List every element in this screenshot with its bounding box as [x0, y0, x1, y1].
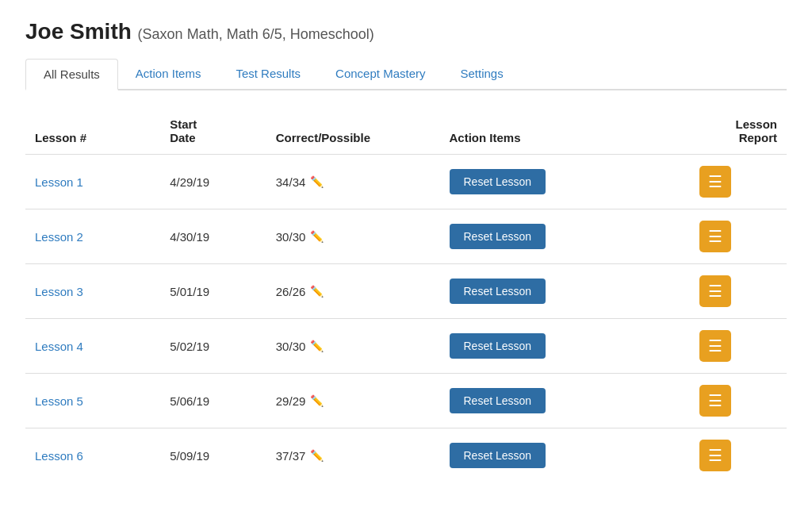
- lesson-report-cell: ☰: [690, 209, 787, 264]
- lesson-link[interactable]: Lesson 4: [35, 340, 83, 353]
- table-row: Lesson 6 5/09/19 37/37 ✏️ Reset Lesson ☰: [25, 428, 787, 483]
- col-header-lesson: Lesson #: [25, 110, 160, 155]
- lesson-link[interactable]: Lesson 1: [35, 175, 83, 189]
- table-row: Lesson 5 5/06/19 29/29 ✏️ Reset Lesson ☰: [25, 374, 787, 428]
- reset-lesson-button[interactable]: Reset Lesson: [450, 333, 546, 359]
- correct-value: 29/29: [276, 394, 306, 408]
- action-items-cell: Reset Lesson: [440, 209, 691, 264]
- col-header-report: LessonReport: [690, 110, 787, 155]
- action-items-cell: Reset Lesson: [440, 319, 691, 374]
- tab-concept-mastery[interactable]: Concept Mastery: [318, 59, 442, 89]
- lesson-report-cell: ☰: [690, 428, 787, 483]
- results-table: Lesson # StartDate Correct/Possible Acti…: [25, 110, 787, 482]
- edit-icon[interactable]: ✏️: [310, 394, 324, 407]
- tab-bar: All ResultsAction ItemsTest ResultsConce…: [25, 59, 787, 90]
- start-date-cell: 5/01/19: [160, 264, 266, 319]
- lesson-link[interactable]: Lesson 2: [35, 230, 83, 244]
- tab-test-results[interactable]: Test Results: [218, 59, 318, 89]
- start-date-cell: 4/30/19: [160, 209, 266, 264]
- lesson-report-cell: ☰: [690, 155, 787, 209]
- correct-possible-cell: 30/30 ✏️: [266, 209, 440, 264]
- col-header-date: StartDate: [160, 110, 266, 155]
- col-header-correct: Correct/Possible: [266, 110, 440, 155]
- lesson-report-button[interactable]: ☰: [699, 275, 731, 307]
- correct-value: 37/37: [276, 449, 306, 463]
- action-items-cell: Reset Lesson: [440, 428, 691, 483]
- table-row: Lesson 1 4/29/19 34/34 ✏️ Reset Lesson ☰: [25, 155, 787, 209]
- lesson-link-cell: Lesson 3: [25, 264, 160, 319]
- action-items-cell: Reset Lesson: [440, 264, 691, 319]
- reset-lesson-button[interactable]: Reset Lesson: [450, 169, 546, 194]
- lesson-report-button[interactable]: ☰: [699, 440, 731, 471]
- start-date-cell: 5/02/19: [160, 319, 266, 374]
- tab-all-results[interactable]: All Results: [25, 59, 118, 90]
- start-date-cell: 4/29/19: [160, 155, 266, 209]
- action-items-cell: Reset Lesson: [440, 155, 691, 209]
- edit-icon[interactable]: ✏️: [310, 230, 324, 243]
- edit-icon[interactable]: ✏️: [310, 285, 324, 298]
- table-row: Lesson 4 5/02/19 30/30 ✏️ Reset Lesson ☰: [25, 319, 787, 374]
- student-subtitle: (Saxon Math, Math 6/5, Homeschool): [138, 26, 374, 42]
- lesson-link-cell: Lesson 5: [25, 374, 160, 428]
- lesson-report-button[interactable]: ☰: [699, 166, 731, 198]
- lesson-link-cell: Lesson 2: [25, 209, 160, 264]
- lesson-report-button[interactable]: ☰: [699, 221, 731, 252]
- lesson-report-cell: ☰: [690, 374, 787, 428]
- lesson-link[interactable]: Lesson 3: [35, 285, 83, 298]
- lesson-link-cell: Lesson 6: [25, 428, 160, 483]
- correct-possible-cell: 26/26 ✏️: [266, 264, 440, 319]
- page-title: Joe Smith (Saxon Math, Math 6/5, Homesch…: [25, 19, 787, 44]
- correct-possible-cell: 29/29 ✏️: [266, 374, 440, 428]
- correct-value: 30/30: [276, 230, 306, 244]
- lesson-report-cell: ☰: [690, 264, 787, 319]
- correct-value: 26/26: [276, 285, 306, 298]
- correct-value: 34/34: [276, 175, 306, 189]
- lesson-link[interactable]: Lesson 6: [35, 449, 83, 463]
- action-items-cell: Reset Lesson: [440, 374, 691, 428]
- start-date-cell: 5/06/19: [160, 374, 266, 428]
- lesson-link[interactable]: Lesson 5: [35, 394, 83, 408]
- correct-possible-cell: 34/34 ✏️: [266, 155, 440, 209]
- reset-lesson-button[interactable]: Reset Lesson: [450, 279, 546, 304]
- lesson-report-button[interactable]: ☰: [699, 385, 731, 417]
- correct-possible-cell: 37/37 ✏️: [266, 428, 440, 483]
- reset-lesson-button[interactable]: Reset Lesson: [450, 388, 546, 413]
- reset-lesson-button[interactable]: Reset Lesson: [450, 224, 546, 249]
- edit-icon[interactable]: ✏️: [310, 449, 324, 462]
- table-row: Lesson 3 5/01/19 26/26 ✏️ Reset Lesson ☰: [25, 264, 787, 319]
- correct-value: 30/30: [276, 340, 306, 353]
- tab-action-items[interactable]: Action Items: [118, 59, 219, 89]
- edit-icon[interactable]: ✏️: [310, 175, 324, 188]
- col-header-action: Action Items: [440, 110, 691, 155]
- table-row: Lesson 2 4/30/19 30/30 ✏️ Reset Lesson ☰: [25, 209, 787, 264]
- lesson-report-button[interactable]: ☰: [699, 330, 731, 362]
- student-name: Joe Smith: [25, 19, 132, 44]
- correct-possible-cell: 30/30 ✏️: [266, 319, 440, 374]
- lesson-link-cell: Lesson 4: [25, 319, 160, 374]
- edit-icon[interactable]: ✏️: [310, 340, 324, 352]
- reset-lesson-button[interactable]: Reset Lesson: [450, 443, 546, 468]
- tab-settings[interactable]: Settings: [442, 59, 520, 89]
- start-date-cell: 5/09/19: [160, 428, 266, 483]
- lesson-link-cell: Lesson 1: [25, 155, 160, 209]
- lesson-report-cell: ☰: [690, 319, 787, 374]
